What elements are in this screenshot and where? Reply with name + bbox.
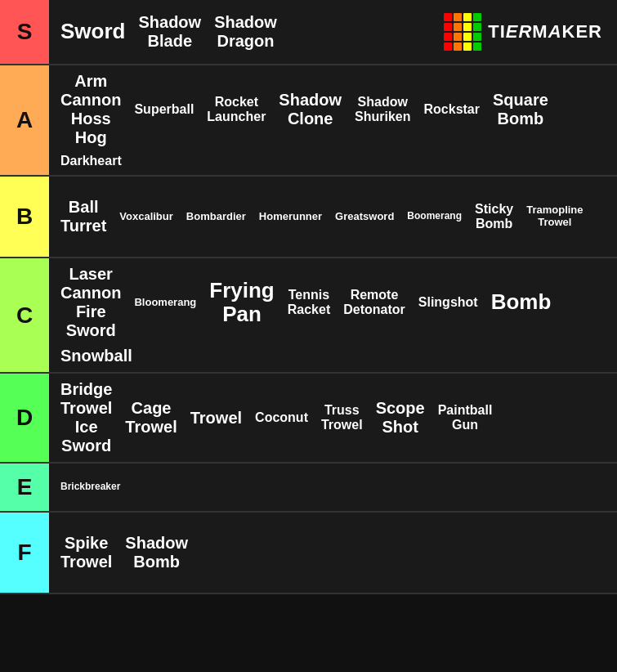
tier-row-s: SSwordShadow BladeShadow DragonTiERMAKER [0, 0, 617, 65]
tier-item: Superball [129, 101, 199, 119]
tier-label-a: A [0, 65, 49, 175]
tier-item: Bomb [486, 289, 557, 316]
tier-row-a: AArm Cannon Hoss HogSuperballRocket Laun… [0, 65, 617, 177]
tier-item: Shadow Bomb [120, 532, 193, 573]
tier-label-c: C [0, 258, 49, 372]
tier-item: Homerunner [254, 209, 327, 225]
tier-item: Rocket Launcher [202, 93, 270, 127]
tier-item: Square Bomb [488, 89, 553, 130]
tier-item: Rockstar [419, 101, 485, 119]
tier-item: Sticky Bomb [470, 200, 518, 234]
tier-content-d: Bridge Trowel Ice SwordCage TrowelTrowel… [49, 374, 617, 462]
tier-item: Remote Detonator [338, 286, 410, 320]
tier-item: Voxcalibur [114, 209, 178, 225]
tier-item: Shadow Clone [274, 89, 347, 130]
tier-label-e: E [0, 464, 49, 511]
tier-item: Paintball Gun [433, 401, 498, 435]
tier-content-c: Laser Cannon Fire SwordBloomerangFrying … [49, 258, 617, 372]
tier-label-s: S [0, 0, 49, 64]
tier-row-e: EBrickbreaker [0, 464, 617, 513]
tier-item: Trowel [186, 407, 247, 429]
tier-content-a: Arm Cannon Hoss HogSuperballRocket Launc… [49, 65, 617, 175]
tier-item: Bridge Trowel Ice Sword [56, 379, 117, 457]
tier-item: Tennis Racket [283, 286, 335, 320]
tiermaker-logo: TiERMAKER [444, 13, 610, 51]
tier-item: Slingshot [414, 293, 483, 311]
tier-item: Bloomerang [129, 295, 201, 311]
tier-item: Sword [56, 18, 130, 46]
tier-item: Laser Cannon Fire Sword [56, 263, 126, 342]
tier-item: Snowball [56, 345, 137, 367]
logo-grid-icon [444, 13, 481, 51]
tier-item: Shadow Shuriken [350, 93, 415, 127]
tier-item: Brickbreaker [56, 480, 125, 495]
tier-item: Greatsword [330, 209, 399, 225]
tier-row-c: CLaser Cannon Fire SwordBloomerangFrying… [0, 258, 617, 374]
tier-content-b: Ball TurretVoxcaliburBombardierHomerunne… [49, 177, 617, 257]
tier-content-f: Spike TrowelShadow Bomb [49, 513, 617, 593]
tier-label-d: D [0, 374, 49, 462]
tier-content-e: Brickbreaker [49, 464, 617, 511]
tier-item: Arm Cannon Hoss Hog [56, 70, 126, 149]
tier-item: Darkheart [56, 152, 127, 170]
tier-row-f: FSpike TrowelShadow Bomb [0, 513, 617, 594]
tier-item: Bombardier [181, 209, 251, 225]
tier-item: Frying Pan [204, 277, 279, 329]
tier-item: Coconut [250, 409, 313, 427]
tier-label-b: B [0, 177, 49, 257]
tier-item: Cage Trowel [120, 397, 181, 438]
tier-item: Tramopline Trowel [521, 203, 588, 231]
tier-item: Scope Shot [371, 397, 430, 438]
tier-item: Ball Turret [56, 196, 111, 237]
tier-item: Shadow Dragon [209, 11, 282, 52]
tier-label-f: F [0, 513, 49, 593]
logo-text: TiERMAKER [488, 21, 602, 43]
tier-list: SSwordShadow BladeShadow DragonTiERMAKER… [0, 0, 617, 594]
tier-item: Shadow Blade [133, 11, 206, 52]
tier-row-b: BBall TurretVoxcaliburBombardierHomerunn… [0, 177, 617, 258]
tier-item: Boomerang [402, 209, 467, 224]
tier-row-d: DBridge Trowel Ice SwordCage TrowelTrowe… [0, 374, 617, 464]
tier-item: Truss Trowel [316, 401, 368, 435]
tier-content-s: SwordShadow BladeShadow DragonTiERMAKER [49, 0, 617, 64]
tier-item: Spike Trowel [56, 532, 117, 573]
